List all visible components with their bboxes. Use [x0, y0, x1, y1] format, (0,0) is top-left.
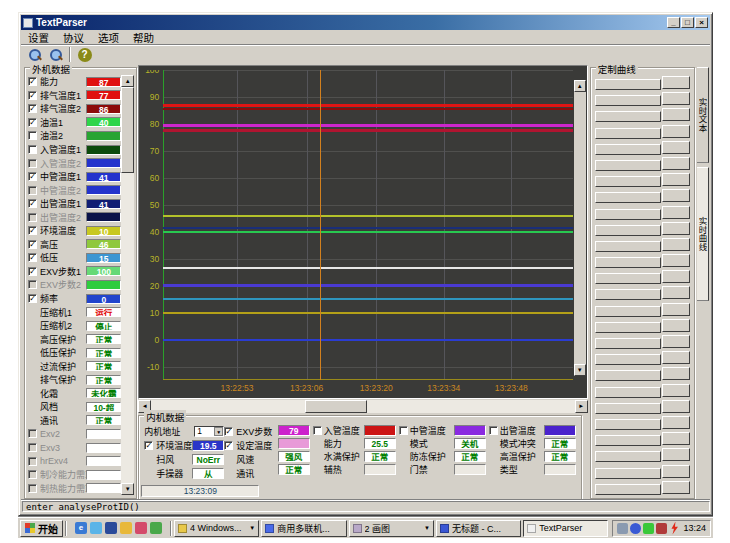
start-button[interactable]: 开始 — [20, 520, 63, 537]
tab-实时文本[interactable]: 实时文本 — [697, 67, 709, 163]
curve-value-button[interactable] — [662, 400, 690, 413]
checkbox[interactable] — [28, 484, 37, 493]
chart-scroll-down-icon[interactable]: ▼ — [574, 364, 586, 376]
tray-green-icon[interactable] — [643, 523, 654, 534]
curve-value-button[interactable] — [662, 270, 690, 283]
curve-value-button[interactable] — [662, 351, 690, 364]
curve-button[interactable] — [595, 192, 661, 203]
curve-button[interactable] — [595, 257, 661, 268]
curve-value-button[interactable] — [662, 384, 690, 397]
checkbox[interactable]: ✓ — [28, 104, 37, 113]
checkbox[interactable] — [28, 470, 37, 479]
curve-button[interactable] — [595, 370, 661, 381]
curve-value-button[interactable] — [662, 432, 690, 445]
curve-button[interactable] — [595, 484, 661, 495]
scroll-up-icon[interactable]: ▲ — [121, 75, 134, 87]
chart-scroll-up-icon[interactable]: ▲ — [574, 80, 586, 92]
checkbox[interactable] — [28, 145, 37, 154]
realtime-curve-chart[interactable]: 1009080706050403020100-10 13:22:5313:23:… — [138, 65, 587, 399]
curve-value-button[interactable] — [662, 465, 690, 478]
curve-value-button[interactable] — [662, 157, 690, 170]
tray-clock[interactable]: 13:24 — [681, 523, 706, 533]
curve-value-button[interactable] — [662, 335, 690, 348]
tray-orb-icon[interactable] — [630, 523, 641, 534]
curve-value-button[interactable] — [662, 76, 690, 89]
menu-item-1[interactable]: 设置 — [21, 30, 56, 45]
checkbox[interactable]: ✓ — [28, 118, 37, 127]
scroll-right-icon[interactable]: ► — [575, 400, 588, 413]
tab-实时曲线[interactable]: 实时曲线 — [697, 167, 709, 301]
curve-value-button[interactable] — [662, 108, 690, 121]
curve-button[interactable] — [595, 160, 661, 171]
curve-button[interactable] — [595, 111, 661, 122]
checkbox[interactable]: ✓ — [28, 253, 37, 262]
close-button[interactable]: × — [695, 17, 708, 28]
checkbox[interactable]: ✓ — [28, 240, 37, 249]
curve-button[interactable] — [595, 306, 661, 317]
media-icon[interactable] — [105, 522, 117, 534]
minimize-button[interactable]: _ — [667, 17, 680, 28]
curve-value-button[interactable] — [662, 173, 690, 186]
curve-button[interactable] — [595, 144, 661, 155]
curve-button[interactable] — [595, 403, 661, 414]
checkbox[interactable] — [28, 159, 37, 168]
chevron-down-icon[interactable]: ▼ — [249, 525, 255, 531]
curve-value-button[interactable] — [662, 286, 690, 299]
checkbox[interactable]: ✓ — [28, 199, 37, 208]
curve-button[interactable] — [595, 289, 661, 300]
curve-value-button[interactable] — [662, 448, 690, 461]
curve-value-button[interactable] — [662, 303, 690, 316]
mail-icon[interactable] — [135, 522, 147, 534]
curve-value-button[interactable] — [662, 92, 690, 105]
curve-value-button[interactable] — [662, 189, 690, 202]
hscroll-thumb[interactable] — [305, 400, 368, 413]
checkbox[interactable]: ✓ — [28, 226, 37, 235]
curve-value-button[interactable] — [662, 141, 690, 154]
checkbox[interactable] — [28, 429, 37, 438]
tray-hand-icon[interactable] — [617, 523, 628, 534]
curve-value-button[interactable] — [662, 206, 690, 219]
checkbox[interactable]: ✓ — [28, 267, 37, 276]
taskbar-button-2[interactable]: 商用多联机... — [261, 520, 346, 537]
curve-button[interactable] — [595, 354, 661, 365]
chart-horizontal-scrollbar[interactable]: ◄ ► — [138, 400, 587, 413]
curve-button[interactable] — [595, 128, 661, 139]
scroll-thumb[interactable] — [121, 87, 134, 173]
menu-item-3[interactable]: 选项 — [91, 30, 126, 45]
curve-button[interactable] — [595, 419, 661, 430]
curve-value-button[interactable] — [662, 254, 690, 267]
tray-lightning-icon[interactable] — [669, 522, 679, 535]
curve-button[interactable] — [595, 241, 661, 252]
curve-button[interactable] — [595, 451, 661, 462]
checkbox[interactable]: ✓ — [28, 294, 37, 303]
taskbar-button-5[interactable]: TextParser — [523, 520, 608, 537]
curve-button[interactable] — [595, 209, 661, 220]
curve-button[interactable] — [595, 176, 661, 187]
curve-button[interactable] — [595, 338, 661, 349]
chevron-down-icon[interactable]: ▼ — [214, 427, 223, 436]
maximize-button[interactable]: □ — [681, 17, 694, 28]
browser-icon[interactable] — [150, 522, 162, 534]
scroll-down-icon[interactable]: ▼ — [121, 483, 134, 495]
checkbox[interactable] — [28, 443, 37, 452]
checkbox[interactable]: ✓ — [28, 91, 37, 100]
title-bar[interactable]: TextParser _ □ × — [21, 15, 710, 30]
checkbox[interactable]: ✓ — [28, 172, 37, 181]
checkbox[interactable]: ✓ — [224, 441, 233, 450]
checkbox[interactable] — [28, 457, 37, 466]
chevron-down-icon[interactable]: ▼ — [424, 525, 430, 531]
tray-red-icon[interactable] — [656, 523, 667, 534]
checkbox[interactable]: ✓ — [224, 427, 233, 436]
sidebar-scrollbar[interactable]: ▲ ▼ — [121, 75, 134, 495]
notes-icon[interactable] — [120, 522, 132, 534]
menu-item-2[interactable]: 协议 — [56, 30, 91, 45]
curve-value-button[interactable] — [662, 416, 690, 429]
taskbar-button-4[interactable]: 无标题 - C... — [436, 520, 521, 537]
curve-value-button[interactable] — [662, 319, 690, 332]
curve-button[interactable] — [595, 79, 661, 90]
help-button[interactable]: ? — [74, 46, 95, 64]
curve-button[interactable] — [595, 387, 661, 398]
chart-vertical-scrollbar[interactable]: ▲ ▼ — [574, 80, 586, 376]
curve-button[interactable] — [595, 225, 661, 236]
curve-button[interactable] — [595, 322, 661, 333]
